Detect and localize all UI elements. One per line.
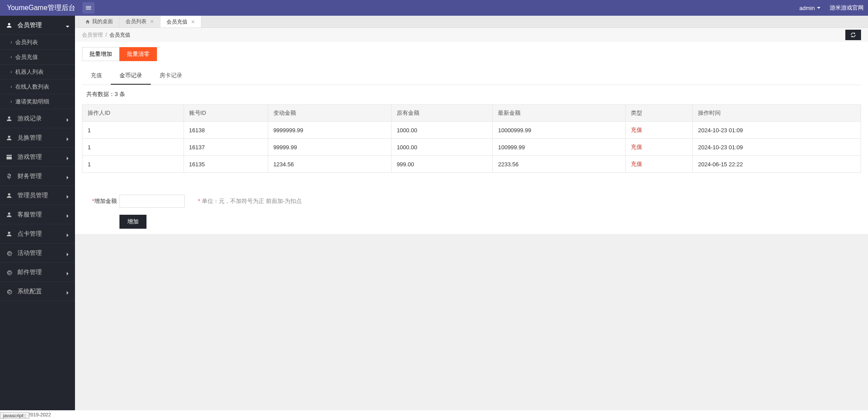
gear-icon bbox=[6, 269, 13, 276]
tab-close-icon[interactable]: ✕ bbox=[191, 19, 195, 25]
table-header: 原有金额 bbox=[391, 105, 493, 122]
chevron-right-icon: › bbox=[10, 69, 12, 74]
breadcrumb: 会员管理 / 会员充值 bbox=[75, 28, 868, 42]
table-cell: 2024-10-23 01:09 bbox=[693, 139, 861, 156]
batch-add-button[interactable]: 批量增加 bbox=[82, 47, 119, 61]
table-cell: 2024-06-15 22:22 bbox=[693, 156, 861, 173]
table-cell: 999.00 bbox=[391, 156, 493, 173]
user-icon bbox=[6, 115, 13, 122]
table-cell: 9999999.99 bbox=[268, 122, 391, 139]
table-cell: 99999.99 bbox=[268, 139, 391, 156]
batch-clear-button[interactable]: 批量清零 bbox=[119, 47, 157, 61]
chevron-icon bbox=[65, 174, 70, 179]
chevron-icon bbox=[65, 270, 70, 275]
tab-1[interactable]: 会员列表✕ bbox=[119, 16, 160, 27]
tab-label: 我的桌面 bbox=[92, 18, 113, 25]
chevron-right-icon: › bbox=[10, 99, 12, 104]
sidebar-subitem-0-3[interactable]: ›在线人数列表 bbox=[0, 79, 75, 94]
header: YoumeGame管理后台 admin 游米游戏官网 bbox=[0, 0, 868, 16]
sidebar-item-5[interactable]: 管理员管理 bbox=[0, 186, 75, 205]
brand-title: YoumeGame管理后台 bbox=[4, 3, 78, 13]
amount-input[interactable] bbox=[119, 195, 185, 208]
sidebar-item-7[interactable]: 点卡管理 bbox=[0, 224, 75, 244]
gear-icon bbox=[6, 250, 13, 257]
sidebar-subitem-0-1[interactable]: ›会员充值 bbox=[0, 50, 75, 65]
chevron-icon bbox=[65, 232, 70, 236]
gear-icon bbox=[6, 288, 13, 295]
chevron-icon bbox=[65, 155, 70, 159]
sidebar-item-label: 财务管理 bbox=[17, 172, 65, 180]
table-header: 账号ID bbox=[184, 105, 268, 122]
chevron-icon bbox=[65, 251, 70, 255]
chevron-right-icon: › bbox=[10, 84, 12, 89]
sidebar-item-3[interactable]: 游戏管理 bbox=[0, 148, 75, 167]
table-cell: 2233.56 bbox=[493, 156, 626, 173]
table-cell: 1 bbox=[82, 156, 184, 173]
table-cell: 1234.56 bbox=[268, 156, 391, 173]
user-menu[interactable]: admin bbox=[800, 5, 821, 11]
tab-0[interactable]: 我的桌面 bbox=[78, 16, 119, 27]
amount-label: *增加金额 bbox=[82, 197, 117, 205]
chevron-icon bbox=[65, 289, 70, 294]
sidebar-item-label: 游戏管理 bbox=[17, 153, 65, 161]
user-icon bbox=[6, 22, 13, 29]
table-header: 类型 bbox=[626, 105, 693, 122]
footer: Copyright ©2019-2022 bbox=[0, 410, 868, 419]
sidebar-subitem-0-4[interactable]: ›邀请奖励明细 bbox=[0, 94, 75, 109]
sidebar-subitem-label: 机器人列表 bbox=[15, 68, 44, 76]
table-header: 操作人ID bbox=[82, 105, 184, 122]
sidebar-item-0[interactable]: 会员管理 bbox=[0, 16, 75, 35]
sidebar-item-8[interactable]: 活动管理 bbox=[0, 244, 75, 263]
official-site-link[interactable]: 游米游戏官网 bbox=[830, 4, 864, 12]
table-cell: 16135 bbox=[184, 156, 268, 173]
chevron-icon bbox=[65, 23, 70, 27]
browser-icon bbox=[6, 154, 13, 161]
table-cell: 16137 bbox=[184, 139, 268, 156]
user-name: admin bbox=[800, 5, 815, 11]
sidebar-subitem-0-2[interactable]: ›机器人列表 bbox=[0, 65, 75, 79]
chevron-icon bbox=[65, 213, 70, 217]
sidebar-item-4[interactable]: 财务管理 bbox=[0, 167, 75, 186]
tab-2[interactable]: 会员充值✕ bbox=[160, 16, 201, 27]
caret-down-icon bbox=[817, 6, 821, 10]
table-cell: 充值 bbox=[626, 122, 693, 139]
tab-close-icon[interactable]: ✕ bbox=[150, 19, 154, 24]
table-cell: 1 bbox=[82, 122, 184, 139]
table-row: 1161389999999.991000.0010000999.99充值2024… bbox=[82, 122, 861, 139]
sidebar-item-6[interactable]: 客服管理 bbox=[0, 205, 75, 224]
sidebar-subitem-label: 邀请奖励明细 bbox=[15, 98, 49, 106]
sidebar-item-label: 会员管理 bbox=[17, 21, 65, 29]
sidebar-item-2[interactable]: 兑换管理 bbox=[0, 128, 75, 148]
table-header: 最新金额 bbox=[493, 105, 626, 122]
user-icon bbox=[6, 192, 13, 199]
tab-label: 会员列表 bbox=[126, 18, 146, 25]
user-icon bbox=[6, 211, 13, 218]
sidebar-item-label: 管理员管理 bbox=[17, 192, 65, 199]
sidebar-item-label: 系统配置 bbox=[17, 288, 65, 295]
sidebar-subitem-0-0[interactable]: ›会员列表 bbox=[0, 35, 75, 50]
table-cell: 2024-10-23 01:09 bbox=[693, 122, 861, 139]
chevron-icon bbox=[65, 193, 70, 198]
sidebar-item-1[interactable]: 游戏记录 bbox=[0, 109, 75, 128]
sidebar-item-label: 活动管理 bbox=[17, 249, 65, 257]
table-cell: 1 bbox=[82, 139, 184, 156]
tab-label: 会员充值 bbox=[167, 18, 187, 26]
table-cell: 1000.00 bbox=[391, 122, 493, 139]
table-cell: 1000.00 bbox=[391, 139, 493, 156]
sidebar-item-label: 兑换管理 bbox=[17, 134, 65, 142]
sidebar-item-9[interactable]: 邮件管理 bbox=[0, 263, 75, 282]
dollar-icon bbox=[6, 173, 13, 180]
add-submit-button[interactable]: 增加 bbox=[119, 215, 146, 229]
subtab-0[interactable]: 充值 bbox=[82, 67, 111, 85]
table-cell: 充值 bbox=[626, 139, 693, 156]
subtabs: 充值金币记录房卡记录 bbox=[82, 67, 861, 85]
refresh-button[interactable] bbox=[845, 30, 861, 40]
add-amount-form: *增加金额 *单位：元，不加符号为正 前面加-为扣点 增加 bbox=[82, 195, 861, 229]
user-icon bbox=[6, 230, 13, 237]
sidebar-toggle-button[interactable] bbox=[82, 2, 95, 14]
amount-hint: *单位：元，不加符号为正 前面加-为扣点 bbox=[198, 197, 302, 205]
subtab-2[interactable]: 房卡记录 bbox=[151, 67, 191, 85]
breadcrumb-current: 会员充值 bbox=[109, 31, 130, 39]
sidebar-item-10[interactable]: 系统配置 bbox=[0, 282, 75, 301]
subtab-1[interactable]: 金币记录 bbox=[111, 67, 151, 85]
